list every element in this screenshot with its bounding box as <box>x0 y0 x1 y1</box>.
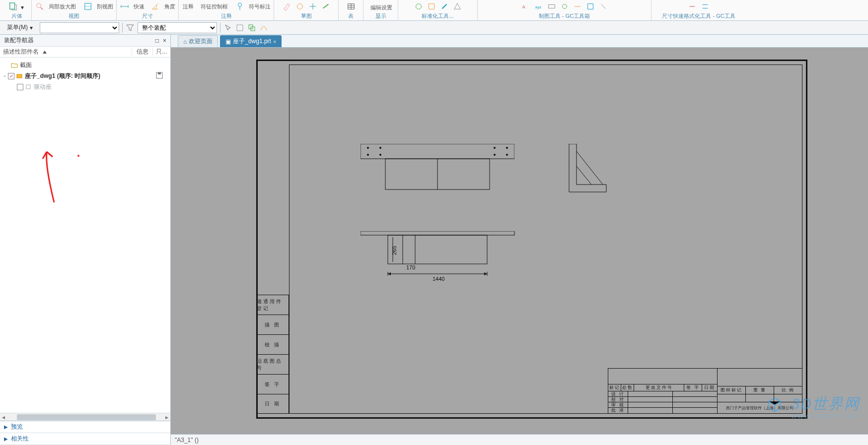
ribbon-group-view: 局部放大图 剖视图 视图 <box>32 0 117 21</box>
ribbon-label-dim: 尺寸 <box>142 12 153 21</box>
tree-node-child[interactable]: 驱动座 <box>2 81 168 92</box>
tb-hdr-doc: 更改文件号 <box>634 384 684 391</box>
svg-point-34 <box>367 154 369 156</box>
cursor-icon[interactable] <box>223 23 232 32</box>
quick-dim-icon[interactable] <box>120 1 130 11</box>
angle-dim-button[interactable]: 角度 <box>164 3 175 10</box>
save-icon[interactable] <box>155 71 163 79</box>
tab-welcome[interactable]: ⌂ 欢迎页面 <box>178 35 218 47</box>
drawing-view-front <box>361 144 514 198</box>
column-name-label: 描述性部件名 <box>3 48 39 56</box>
svg-rect-0 <box>9 3 14 9</box>
column-info[interactable]: 信息 <box>132 48 152 56</box>
column-only[interactable]: 只... <box>152 48 170 56</box>
select-add-icon[interactable] <box>247 23 256 32</box>
std-icon-4[interactable] <box>452 1 462 11</box>
ribbon-group-annotation: 注释 符征控制框 符号标注 注释 <box>179 0 274 21</box>
gc-icon-7[interactable] <box>598 1 608 11</box>
sketch-icon-1[interactable] <box>282 1 292 11</box>
drawing-canvas[interactable]: 随通用件登记 描 图 校 描 旧底图总号 签 字 日 期 <box>171 48 868 434</box>
accordion-preview[interactable]: ▶预览 <box>0 421 170 433</box>
std-icon-1[interactable] <box>414 1 424 11</box>
tb-row-design: 设 计 <box>608 391 628 396</box>
checkbox-checked[interactable] <box>8 73 14 79</box>
tb-right-empty1 <box>718 394 746 402</box>
scrollbar-thumb[interactable] <box>17 414 156 420</box>
sketch-icon-4[interactable] <box>321 1 331 11</box>
maximize-icon[interactable]: □ <box>155 37 159 44</box>
select-curve-icon[interactable] <box>259 23 268 32</box>
ribbon-label-standard: 标准化工具... <box>422 12 453 21</box>
std-icon-3[interactable] <box>439 1 449 11</box>
svg-point-21 <box>562 4 567 9</box>
sketch-icon-2[interactable] <box>295 1 305 11</box>
accordion-preview-label: 预览 <box>11 423 23 431</box>
tab-active-part[interactable]: ▣ 座子_dwg1.prt × <box>220 35 282 47</box>
ribbon-group-dimformat: 尺寸快速格式化工具 - GC工具 <box>651 0 746 21</box>
collapse-icon[interactable]: − <box>2 73 8 79</box>
table-icon[interactable] <box>346 1 356 11</box>
filter-icon[interactable] <box>126 23 135 32</box>
close-panel-icon[interactable]: × <box>163 37 166 44</box>
local-zoom-button[interactable]: 局部放大图 <box>49 3 76 10</box>
accordion-relativity[interactable]: ▶相关性 <box>0 433 170 445</box>
gc-icon-1[interactable]: A <box>521 1 531 11</box>
edit-settings-button[interactable]: 编辑设置 <box>370 4 392 11</box>
section-view-icon[interactable] <box>83 1 93 11</box>
assembly-filter-dropdown[interactable]: 整个装配 <box>138 22 217 33</box>
gc-icon-4[interactable] <box>560 1 570 11</box>
svg-text:A: A <box>522 4 525 9</box>
tb-right-mark: 图样标记 <box>718 386 746 394</box>
note-button[interactable]: 注释 <box>183 3 194 10</box>
sort-asc-icon <box>43 51 47 54</box>
fcf-button[interactable]: 符征控制框 <box>201 3 228 10</box>
ribbon-label-sketch: 草图 <box>301 12 312 21</box>
annotation-red-dot <box>77 155 79 157</box>
filter-dropdown-1[interactable] <box>40 22 119 33</box>
navigator-tree: 截面 − 座子_dwg1 (顺序: 时间顺序) 驱动座 ◂ <box>0 58 170 421</box>
local-zoom-icon[interactable] <box>35 1 45 11</box>
quick-dim-button[interactable]: 快速 <box>134 3 145 10</box>
svg-rect-22 <box>587 4 593 9</box>
ribbon-label-gctools: 制图工具 - GC工具箱 <box>539 12 590 21</box>
gc-icon-6[interactable] <box>585 1 595 11</box>
assembly-navigator: 装配导航器 □ × 描述性部件名 信息 只... 截面 − 座子_dwg1 (顺… <box>0 35 171 445</box>
gc-icon-3[interactable] <box>547 1 557 11</box>
tree-node-root[interactable]: − 座子_dwg1 (顺序: 时间顺序) <box>2 70 168 81</box>
ribbon-label-annotation: 注释 <box>221 12 232 21</box>
column-name[interactable]: 描述性部件名 <box>0 48 132 56</box>
chevron-down-icon[interactable]: ▾ <box>21 4 26 9</box>
ribbon-group-display: 编辑设置 显示 <box>363 0 398 21</box>
gc-icon-2[interactable]: xyz <box>534 1 544 11</box>
ribbon-group-gctools: A xyz 制图工具 - GC工具箱 <box>478 0 651 21</box>
tree-node-sections[interactable]: 截面 <box>2 60 168 70</box>
symbol-icon[interactable] <box>235 1 245 11</box>
accordion-relativity-label: 相关性 <box>11 435 29 443</box>
horizontal-scrollbar[interactable]: ◂ ▸ <box>0 413 170 421</box>
section-view-button[interactable]: 剖视图 <box>97 3 113 10</box>
gc-icon-5[interactable] <box>573 1 582 11</box>
separator <box>122 23 123 33</box>
angle-dim-icon[interactable] <box>150 1 160 11</box>
checkbox-unchecked[interactable] <box>17 84 23 90</box>
ribbon-label-dimformat: 尺寸快速格式化工具 - GC工具 <box>662 12 735 21</box>
dimfmt-icon-1[interactable] <box>687 1 697 11</box>
dimension-170: 170 <box>406 264 415 270</box>
menu-button[interactable]: 菜单(M) ▾ <box>3 22 37 33</box>
select-rect-icon[interactable] <box>235 23 244 32</box>
navigator-accordion: ▶预览 ▶相关性 <box>0 421 170 445</box>
svg-point-38 <box>494 154 496 156</box>
svg-point-35 <box>379 147 381 149</box>
dimension-1440: 1440 <box>433 276 444 282</box>
std-icon-2[interactable] <box>427 1 436 11</box>
svg-rect-20 <box>548 4 555 8</box>
new-sheet-icon[interactable] <box>8 1 18 11</box>
close-icon[interactable]: × <box>273 39 276 45</box>
symbol-button[interactable]: 符号标注 <box>249 3 271 10</box>
dimfmt-icon-2[interactable] <box>700 1 710 11</box>
svg-text:xyz: xyz <box>535 5 541 9</box>
triangle-right-icon: ▶ <box>4 424 8 430</box>
svg-point-37 <box>494 147 496 149</box>
ribbon-group-sketch: 草图 <box>274 0 339 21</box>
sketch-icon-3[interactable] <box>308 1 318 11</box>
